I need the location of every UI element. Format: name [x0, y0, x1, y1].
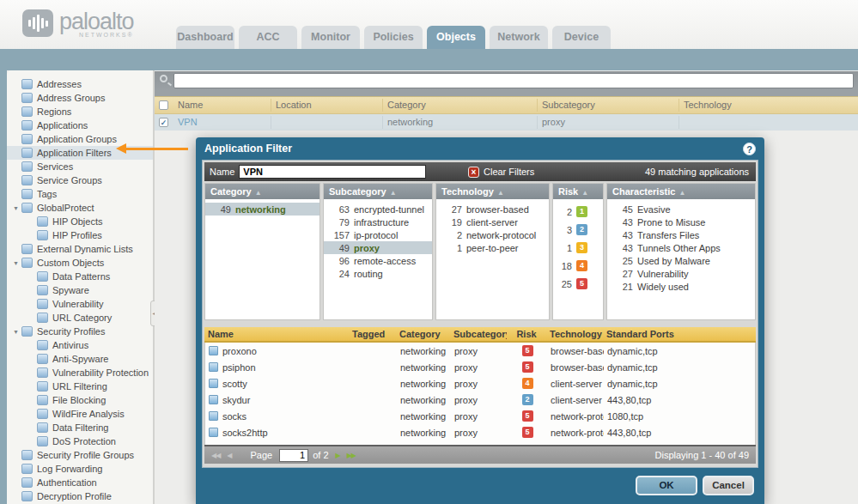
filter-item[interactable]: 27 Vulnerability: [607, 267, 755, 280]
sidebar-item[interactable]: ▼ Spyware: [7, 283, 153, 297]
clear-filters-button[interactable]: × Clear Filters: [468, 167, 534, 178]
sidebar-item[interactable]: ▼ HIP Profiles: [7, 228, 153, 242]
results-column-header[interactable]: Technology: [546, 329, 603, 339]
subcategory-filter-header[interactable]: Subcategory▲: [324, 184, 432, 199]
sidebar-item[interactable]: ▼ URL Category: [7, 311, 153, 325]
sidebar-item[interactable]: ▼ Log Forwarding: [7, 462, 153, 476]
sidebar-item[interactable]: ▼ Data Filtering: [7, 421, 153, 434]
table-row[interactable]: VPN networking proxy: [155, 114, 858, 131]
filter-item[interactable]: 25 Used by Malware: [607, 254, 755, 267]
table-row[interactable]: skydur networking proxy 2 client-server …: [205, 392, 755, 408]
row-checkbox[interactable]: [159, 118, 168, 127]
table-row[interactable]: socks networking proxy 5 network-protoco…: [205, 408, 755, 424]
table-row[interactable]: socks2http networking proxy 5 network-pr…: [205, 424, 755, 440]
tab-acc[interactable]: ACC: [239, 26, 297, 49]
filter-item[interactable]: 43 Transfers Files: [607, 228, 755, 241]
previous-page-icon[interactable]: [227, 452, 231, 459]
risk-filter-item[interactable]: 3 2: [553, 221, 603, 239]
sidebar-item[interactable]: ▼ Regions: [7, 105, 153, 118]
page-number-input[interactable]: [279, 449, 308, 462]
sidebar-item[interactable]: ▼ External Dynamic Lists: [7, 242, 153, 256]
first-page-icon[interactable]: [211, 452, 220, 459]
filter-item[interactable]: 1 peer-to-peer: [436, 241, 549, 254]
filter-item[interactable]: 157 ip-protocol: [324, 228, 432, 241]
filter-item[interactable]: 19 client-server: [436, 216, 549, 228]
tab-policies[interactable]: Policies: [364, 26, 423, 49]
results-column-header[interactable]: Name: [204, 329, 349, 339]
risk-filter-header[interactable]: Risk▲: [553, 184, 603, 199]
filter-item[interactable]: 79 infrastructure: [324, 216, 432, 228]
table-row[interactable]: scotty networking proxy 4 client-server …: [205, 375, 755, 392]
sidebar-item[interactable]: ▼ DoS Protection: [7, 434, 153, 448]
results-column-header[interactable]: Tagged: [349, 329, 396, 339]
expand-triangle-icon[interactable]: ▼: [13, 329, 21, 335]
sidebar-item[interactable]: ▼ Vulnerability: [7, 297, 153, 311]
risk-filter-item[interactable]: 25 5: [553, 275, 603, 293]
filter-item[interactable]: 45 Evasive: [607, 203, 755, 216]
tab-dashboard[interactable]: Dashboard: [176, 26, 234, 49]
help-icon[interactable]: ?: [743, 143, 756, 155]
sidebar-item[interactable]: ▼ File Blocking: [7, 393, 153, 407]
tab-objects[interactable]: Objects: [427, 26, 485, 49]
tab-device[interactable]: Device: [552, 26, 611, 49]
filter-item[interactable]: 49 proxy: [324, 241, 432, 254]
filter-item[interactable]: 27 browser-based: [436, 203, 549, 216]
sidebar-item[interactable]: ▼ Addresses: [7, 77, 153, 91]
sidebar-item[interactable]: ▼ Decryption Profile: [7, 489, 153, 503]
filter-item[interactable]: 21 Widely used: [607, 280, 755, 293]
column-header[interactable]: Subcategory: [537, 99, 678, 112]
filter-item[interactable]: 24 routing: [324, 267, 432, 280]
sidebar-item[interactable]: ▼ Service Groups: [7, 173, 153, 187]
filter-item[interactable]: 2 network-protocol: [436, 228, 549, 241]
column-header[interactable]: Location: [271, 99, 382, 112]
sidebar-item[interactable]: ▼ GlobalProtect: [7, 201, 153, 215]
search-input[interactable]: [173, 73, 854, 88]
next-page-icon[interactable]: [336, 452, 340, 459]
sidebar-item[interactable]: ▼ Antivirus: [7, 338, 153, 352]
sidebar-item[interactable]: ▼ URL Filtering: [7, 380, 153, 393]
filter-item[interactable]: 63 encrypted-tunnel: [324, 203, 432, 216]
tab-monitor[interactable]: Monitor: [301, 26, 360, 49]
risk-filter-item[interactable]: 1 3: [553, 239, 603, 257]
results-column-header[interactable]: Standard Ports: [603, 329, 756, 339]
sidebar-item[interactable]: ▼ Anti-Spyware: [7, 352, 153, 366]
category-filter-header[interactable]: Category▲: [205, 184, 319, 199]
sidebar-item[interactable]: ▼ Security Profiles: [7, 325, 153, 338]
sidebar-item[interactable]: ▼ Custom Objects: [7, 256, 153, 270]
last-page-icon[interactable]: [347, 452, 356, 459]
sidebar-item[interactable]: ▼ Data Patterns: [7, 270, 153, 283]
ok-button[interactable]: OK: [636, 476, 697, 495]
expand-triangle-icon[interactable]: ▼: [13, 205, 21, 211]
expand-triangle-icon[interactable]: ▼: [13, 260, 21, 266]
cancel-button[interactable]: Cancel: [703, 476, 754, 495]
characteristic-filter-header[interactable]: Characteristic▲: [607, 184, 755, 199]
filter-item[interactable]: 43 Prone to Misuse: [607, 216, 755, 228]
sidebar-item[interactable]: ▼ Services: [7, 160, 153, 173]
sidebar-item[interactable]: ▼ Security Profile Groups: [7, 448, 153, 462]
table-row[interactable]: proxono networking proxy 5 browser-based…: [205, 343, 755, 359]
filter-item[interactable]: 96 remote-access: [324, 254, 432, 267]
filter-item[interactable]: 43 Tunnels Other Apps: [607, 241, 755, 254]
column-header[interactable]: Category: [382, 99, 537, 112]
filter-name-input[interactable]: [239, 165, 426, 179]
tab-network[interactable]: Network: [490, 26, 548, 49]
risk-filter-item[interactable]: 2 1: [553, 203, 603, 221]
sidebar-item[interactable]: ▼ HIP Objects: [7, 215, 153, 228]
table-row[interactable]: psiphon networking proxy 5 browser-based…: [205, 359, 755, 375]
results-column-header[interactable]: Risk: [507, 329, 546, 339]
results-column-header[interactable]: Category: [396, 329, 450, 339]
sidebar-item[interactable]: ▼ WildFire Analysis: [7, 407, 153, 421]
select-all-checkbox[interactable]: [159, 100, 168, 110]
technology-filter-header[interactable]: Technology▲: [436, 184, 549, 199]
column-header[interactable]: Technology: [678, 99, 820, 112]
sidebar-item[interactable]: ▼ Vulnerability Protection: [7, 366, 153, 380]
results-column-header[interactable]: Subcategory: [450, 329, 507, 339]
risk-filter-item[interactable]: 18 4: [553, 257, 603, 275]
sidebar-item[interactable]: ▼ Applications: [7, 118, 153, 132]
sidebar-item[interactable]: ▼ Tags: [7, 187, 153, 201]
filter-name-link[interactable]: VPN: [173, 116, 271, 129]
sidebar-item[interactable]: ▼ Authentication: [7, 476, 153, 489]
filter-item[interactable]: 49 networking: [205, 203, 319, 216]
column-header[interactable]: Name: [173, 99, 271, 112]
sidebar-item[interactable]: ▼ Address Groups: [7, 91, 153, 105]
